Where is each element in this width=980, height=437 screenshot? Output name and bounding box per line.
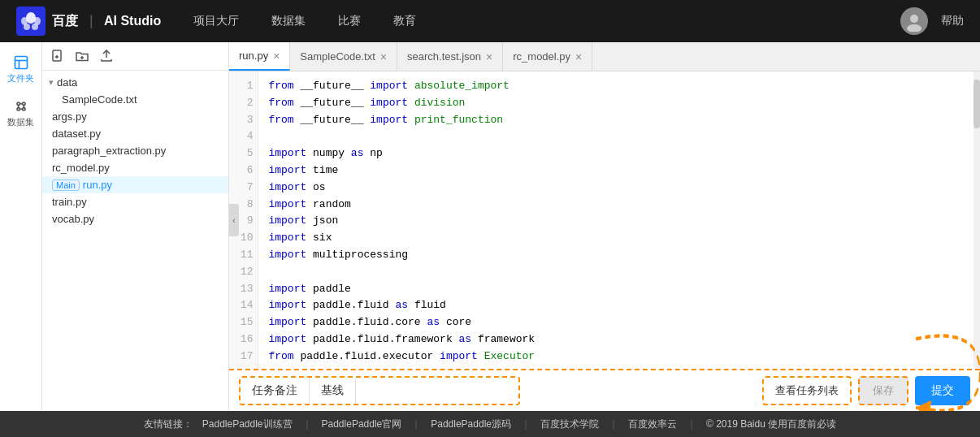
code-editor-wrap: ‹ 1234567891011121314151617181920▸212223… <box>229 71 980 369</box>
view-tasks-label: 查看任务列表 <box>775 383 839 398</box>
studio-text: AI Studio <box>104 14 161 28</box>
bottom-action-area: 任务备注 基线 查看任务列表 保存 提交 <box>229 369 980 411</box>
file-tree-toolbar <box>42 42 228 71</box>
svg-point-5 <box>910 15 918 23</box>
upload-button[interactable] <box>98 47 115 65</box>
tab-run-py-close[interactable]: × <box>273 50 280 62</box>
tab-search-test-close[interactable]: × <box>486 51 492 63</box>
svg-point-8 <box>17 102 20 105</box>
editor-tabs: run.py × SampleCode.txt × search.test.js… <box>229 42 980 71</box>
sidebar-icon-panel: 文件夹 数据集 <box>0 42 42 411</box>
file-args[interactable]: args.py <box>42 108 228 125</box>
logo: 百度 ｜ AI Studio <box>16 6 161 36</box>
sidebar-item-dataset[interactable]: 数据集 <box>5 93 37 133</box>
file-dataset-label: dataset.py <box>52 128 101 140</box>
new-file-button[interactable] <box>49 47 67 65</box>
nav-right: 帮助 <box>900 7 964 35</box>
tab-samplecode-close[interactable]: × <box>380 51 387 63</box>
footer-link-2[interactable]: PaddlePaddle官网 <box>322 418 402 431</box>
file-rc-model[interactable]: rc_model.py <box>42 159 228 176</box>
file-paragraph[interactable]: paragraph_extraction.py <box>42 142 228 159</box>
baidu-icon <box>16 6 46 36</box>
tab-run-py[interactable]: run.py × <box>229 42 290 71</box>
help-link[interactable]: 帮助 <box>941 14 964 28</box>
tab-rc-model-close[interactable]: × <box>575 51 582 63</box>
dataset-label: 数据集 <box>7 116 34 128</box>
nav-item-education[interactable]: 教育 <box>393 11 416 32</box>
svg-point-6 <box>907 24 921 32</box>
sidebar-item-files[interactable]: 文件夹 <box>5 49 37 89</box>
task-tab-baseline-label: 基线 <box>321 383 344 398</box>
top-navbar: 百度 ｜ AI Studio 项目大厅 数据集 比赛 教育 帮助 <box>0 0 980 42</box>
footer-prefix: 友情链接： <box>144 418 193 431</box>
file-vocab[interactable]: vocab.py <box>42 210 228 227</box>
file-rc-model-label: rc_model.py <box>52 162 110 174</box>
submit-label: 提交 <box>931 383 954 398</box>
svg-point-3 <box>24 24 30 30</box>
task-input-zone: 任务备注 基线 <box>239 376 520 405</box>
nav-item-datasets[interactable]: 数据集 <box>271 11 306 32</box>
view-tasks-button[interactable]: 查看任务列表 <box>762 376 852 405</box>
nav-item-competition[interactable]: 比赛 <box>338 11 361 32</box>
tab-search-test[interactable]: search.test.json × <box>397 42 503 71</box>
task-tab-notes-label: 任务备注 <box>252 383 297 398</box>
footer: 友情链接： PaddlePaddle训练营 ｜ PaddlePaddle官网 ｜… <box>0 411 980 437</box>
tab-rc-model-label: rc_model.py <box>513 50 570 63</box>
svg-point-9 <box>22 102 24 105</box>
task-tab-baseline[interactable]: 基线 <box>310 378 356 404</box>
files-label: 文件夹 <box>7 72 34 84</box>
avatar[interactable] <box>900 7 928 35</box>
file-run-label: run.py <box>83 179 112 191</box>
svg-point-4 <box>32 24 38 30</box>
nav-menu: 项目大厅 数据集 比赛 教育 <box>193 11 900 32</box>
file-train[interactable]: train.py <box>42 193 228 210</box>
editor-area: run.py × SampleCode.txt × search.test.js… <box>229 42 980 411</box>
file-vocab-label: vocab.py <box>52 213 94 225</box>
svg-point-10 <box>17 107 20 110</box>
code-content[interactable]: from __future__ import absolute_import f… <box>258 71 980 369</box>
footer-link-3[interactable]: PaddlePaddle源码 <box>431 418 511 431</box>
submit-button[interactable]: 提交 <box>915 376 970 405</box>
file-args-label: args.py <box>52 110 87 123</box>
tab-rc-model[interactable]: rc_model.py × <box>503 42 592 71</box>
file-tree-panel: ▾ data SampleCode.txt args.py dataset.py… <box>42 42 229 411</box>
footer-link-5[interactable]: 百度效率云 <box>628 418 677 431</box>
file-train-label: train.py <box>52 196 87 208</box>
main-area: 文件夹 数据集 <box>0 42 980 411</box>
file-tree-content: ▾ data SampleCode.txt args.py dataset.py… <box>42 71 228 411</box>
task-notes-input[interactable] <box>356 378 518 404</box>
scrollbar-thumb[interactable] <box>973 80 980 128</box>
collapse-handle[interactable]: ‹ <box>229 204 239 236</box>
code-editor[interactable]: 1234567891011121314151617181920▸21222324… <box>229 71 980 369</box>
nav-item-projects[interactable]: 项目大厅 <box>193 11 239 32</box>
file-run[interactable]: Main run.py <box>42 176 228 193</box>
baidu-text: 百度 <box>52 13 78 30</box>
file-paragraph-label: paragraph_extraction.py <box>52 145 166 157</box>
file-samplecode-label: SampleCode.txt <box>62 93 137 106</box>
bottom-right-zone: 查看任务列表 保存 提交 <box>762 376 970 405</box>
main-badge: Main <box>52 180 80 191</box>
footer-link-1[interactable]: PaddlePaddle训练营 <box>202 418 293 431</box>
scrollbar-track[interactable] <box>973 71 980 369</box>
svg-rect-7 <box>15 56 27 68</box>
task-tab-notes[interactable]: 任务备注 <box>241 378 310 404</box>
svg-point-11 <box>22 107 24 110</box>
tab-run-py-label: run.py <box>239 50 268 62</box>
folder-data-label: data <box>57 76 77 89</box>
save-label: 保存 <box>873 383 894 398</box>
file-samplecode[interactable]: SampleCode.txt <box>42 91 228 108</box>
tab-samplecode-label: SampleCode.txt <box>300 50 375 63</box>
footer-copyright: © 2019 Baidu 使用百度前必读 <box>706 418 836 431</box>
new-folder-button[interactable] <box>73 47 91 65</box>
folder-data[interactable]: ▾ data <box>42 74 228 91</box>
tab-samplecode[interactable]: SampleCode.txt × <box>290 42 397 71</box>
footer-link-4[interactable]: 百度技术学院 <box>540 418 599 431</box>
tab-search-test-label: search.test.json <box>407 50 481 63</box>
file-dataset[interactable]: dataset.py <box>42 125 228 142</box>
save-button[interactable]: 保存 <box>858 376 908 405</box>
